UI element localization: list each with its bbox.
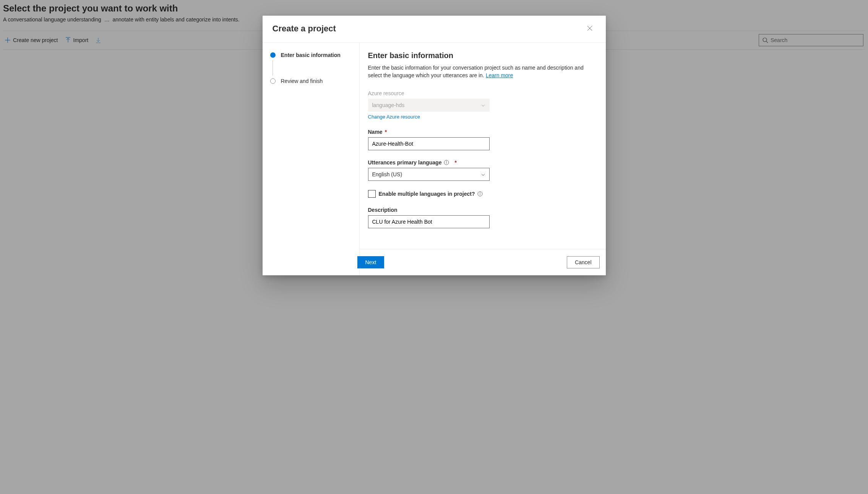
info-icon[interactable]	[477, 191, 483, 197]
required-asterisk: *	[454, 159, 456, 166]
create-project-dialog: Create a project Enter basic information…	[263, 16, 606, 275]
svg-point-12	[446, 161, 447, 161]
description-group: Description	[368, 207, 490, 228]
step-dot-active-icon	[270, 52, 276, 58]
language-select[interactable]: English (US)	[368, 168, 490, 181]
description-input-wrap	[368, 215, 490, 228]
step-review-label: Review and finish	[281, 78, 323, 84]
form-intro-text: Enter the basic information for your con…	[368, 65, 584, 78]
name-label-text: Name	[368, 129, 383, 135]
multi-language-row: Enable multiple languages in project?	[368, 190, 597, 198]
multi-language-label-text: Enable multiple languages in project?	[379, 191, 475, 197]
language-label: Utterances primary language *	[368, 159, 490, 166]
required-asterisk: *	[385, 129, 387, 135]
dialog-body: Enter basic information Review and finis…	[263, 42, 606, 275]
name-label: Name *	[368, 129, 490, 135]
language-group: Utterances primary language * English (U…	[368, 159, 490, 181]
language-label-text: Utterances primary language	[368, 159, 442, 166]
dialog-header: Create a project	[263, 16, 606, 42]
step-enter-basic[interactable]: Enter basic information	[270, 52, 352, 58]
info-icon[interactable]	[444, 160, 449, 165]
name-input[interactable]	[372, 138, 485, 150]
step-connector	[273, 60, 273, 76]
azure-resource-value: language-hds	[372, 102, 405, 108]
dialog-footer: Next Cancel	[360, 249, 606, 275]
multi-language-checkbox[interactable]	[368, 190, 376, 198]
azure-resource-label: Azure resource	[368, 90, 490, 96]
language-value: English (US)	[372, 171, 402, 177]
step-enter-basic-label: Enter basic information	[281, 52, 341, 58]
form-intro: Enter the basic information for your con…	[368, 64, 597, 80]
step-review[interactable]: Review and finish	[270, 78, 352, 84]
form-heading: Enter basic information	[368, 51, 597, 60]
dialog-title: Create a project	[273, 24, 336, 34]
description-input[interactable]	[372, 216, 485, 228]
chevron-down-icon	[481, 103, 485, 107]
learn-more-link[interactable]: Learn more	[486, 72, 513, 78]
azure-resource-group: Azure resource language-hds Change Azure…	[368, 90, 490, 120]
step-dot-inactive-icon	[270, 78, 276, 84]
chevron-down-icon	[481, 172, 485, 177]
change-azure-resource-link[interactable]: Change Azure resource	[368, 114, 420, 120]
name-input-wrap	[368, 137, 490, 150]
next-button[interactable]: Next	[357, 256, 385, 268]
cancel-button[interactable]: Cancel	[567, 256, 600, 268]
close-button[interactable]	[584, 23, 596, 35]
modal-overlay: Create a project Enter basic information…	[0, 0, 868, 494]
azure-resource-select: language-hds	[368, 99, 490, 112]
form-scroll: Enter basic information Enter the basic …	[360, 43, 606, 249]
wizard-steps: Enter basic information Review and finis…	[263, 43, 360, 275]
svg-point-15	[480, 192, 480, 193]
name-group: Name *	[368, 129, 490, 150]
multi-language-label: Enable multiple languages in project?	[379, 191, 483, 197]
close-icon	[587, 26, 592, 32]
description-label: Description	[368, 207, 490, 213]
form-area: Enter basic information Enter the basic …	[360, 43, 606, 275]
